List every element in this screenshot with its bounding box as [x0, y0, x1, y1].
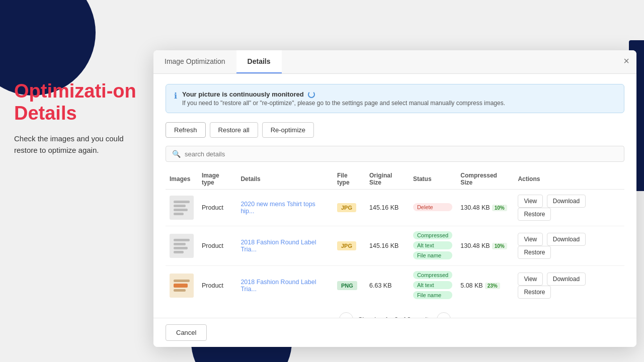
- restore-button[interactable]: Restore: [518, 246, 551, 259]
- refresh-button[interactable]: Refresh: [166, 122, 206, 138]
- cell-details: 2018 Fashion Round Label Tria...: [236, 226, 333, 266]
- cancel-button[interactable]: Cancel: [166, 324, 207, 341]
- cell-compressed-size: 5.08 KB 23%: [456, 266, 514, 306]
- info-text-block: Your picture is continuously monitored I…: [182, 90, 505, 107]
- detail-link[interactable]: 2020 new mens Tshirt tops hip...: [240, 201, 315, 215]
- cell-actions: View Download Restore: [514, 266, 624, 306]
- view-button[interactable]: View: [518, 233, 543, 246]
- cell-actions: View Download Restore: [514, 226, 624, 266]
- col-header-status: Status: [409, 169, 456, 190]
- search-input[interactable]: [185, 150, 618, 158]
- table-row: Product 2018 Fashion Round Label Tria...…: [166, 266, 624, 306]
- status-badge-delete: Delete: [413, 203, 452, 211]
- status-badge-alt: Alt text: [413, 281, 452, 289]
- details-table: Images Image type Details File type Orig…: [166, 169, 624, 305]
- view-button[interactable]: View: [518, 195, 543, 208]
- search-icon: 🔍: [172, 150, 181, 158]
- percent-badge: 10%: [492, 205, 507, 211]
- status-badge-compressed: Compressed: [413, 271, 452, 279]
- cell-status: Compressed Alt text File name: [409, 266, 456, 306]
- cell-original-size: 6.63 KB: [365, 266, 409, 306]
- status-badge-compressed: Compressed: [413, 231, 452, 239]
- cell-compressed-size: 130.48 KB 10%: [456, 190, 514, 226]
- col-header-image-type: Image type: [198, 169, 236, 190]
- modal-tabs: Image Optimization Details ×: [153, 50, 636, 74]
- cell-image-type: Product: [198, 226, 236, 266]
- cell-image-thumb: [166, 266, 198, 306]
- cell-image-type: Product: [198, 266, 236, 306]
- cell-file-type: PNG: [333, 266, 365, 306]
- cell-status: Compressed Alt text File name: [409, 226, 456, 266]
- status-badge-file: File name: [413, 291, 452, 299]
- status-badge-alt: Alt text: [413, 241, 452, 249]
- detail-link[interactable]: 2018 Fashion Round Label Tria...: [240, 239, 316, 253]
- file-type-badge: PNG: [337, 281, 357, 290]
- thumbnail: [170, 196, 194, 220]
- view-button[interactable]: View: [518, 273, 543, 286]
- col-header-images: Images: [166, 169, 198, 190]
- table-row: Product 2018 Fashion Round Label Tria...…: [166, 226, 624, 266]
- download-button[interactable]: Download: [547, 273, 586, 286]
- cell-file-type: JPG: [333, 226, 365, 266]
- cell-details: 2020 new mens Tshirt tops hip...: [236, 190, 333, 226]
- cell-original-size: 145.16 KB: [365, 226, 409, 266]
- info-title: Your picture is continuously monitored: [182, 90, 505, 98]
- restore-all-button[interactable]: Restore all: [210, 122, 258, 138]
- file-type-badge: JPG: [337, 203, 356, 212]
- info-icon: ℹ: [174, 91, 177, 101]
- tab-details[interactable]: Details: [236, 50, 282, 73]
- col-header-compressed-size: Compressed Size: [456, 169, 514, 190]
- cell-image-type: Product: [198, 190, 236, 226]
- page-title: Optimizati-on Details: [14, 80, 145, 124]
- info-banner: ℹ Your picture is continuously monitored…: [166, 84, 624, 113]
- cell-details: 2018 Fashion Round Label Tria...: [236, 266, 333, 306]
- thumbnail: [170, 234, 194, 258]
- restore-button[interactable]: Restore: [518, 208, 551, 221]
- search-bar: 🔍: [166, 146, 624, 162]
- download-button[interactable]: Download: [547, 233, 586, 246]
- page-subtitle: Check the images and you could restore t…: [14, 133, 145, 156]
- file-type-badge: JPG: [337, 241, 356, 250]
- detail-link[interactable]: 2018 Fashion Round Label Tria...: [240, 279, 316, 293]
- cell-actions: View Download Restore: [514, 190, 624, 226]
- cell-compressed-size: 130.48 KB 10%: [456, 226, 514, 266]
- download-button[interactable]: Download: [547, 195, 586, 208]
- pagination: ‹ Showing 1 - 3 of 3 results ›: [166, 305, 624, 318]
- modal-footer: Cancel: [153, 318, 636, 347]
- restore-button[interactable]: Restore: [518, 286, 551, 299]
- action-buttons-row: Refresh Restore all Re-optimize: [166, 122, 624, 138]
- loading-spinner: [308, 91, 315, 98]
- cell-file-type: JPG: [333, 190, 365, 226]
- modal-dialog: Image Optimization Details × ℹ Your pict…: [153, 50, 636, 347]
- cell-original-size: 145.16 KB: [365, 190, 409, 226]
- col-header-actions: Actions: [514, 169, 624, 190]
- prev-page-button[interactable]: ‹: [339, 312, 353, 318]
- next-page-button[interactable]: ›: [437, 312, 451, 318]
- col-header-file-type: File type: [333, 169, 365, 190]
- left-content-area: Optimizati-on Details Check the images a…: [14, 80, 145, 156]
- re-optimize-button[interactable]: Re-optimize: [262, 122, 314, 138]
- info-description: If you need to "restore all" or "re-opti…: [182, 100, 505, 107]
- tab-image-optimization[interactable]: Image Optimization: [153, 50, 236, 73]
- percent-badge: 23%: [485, 283, 500, 289]
- thumbnail: [170, 274, 194, 298]
- percent-badge: 10%: [492, 243, 507, 249]
- col-header-details: Details: [236, 169, 333, 190]
- modal-body: ℹ Your picture is continuously monitored…: [153, 74, 636, 318]
- cell-image-thumb: [166, 190, 198, 226]
- modal-close-button[interactable]: ×: [623, 55, 629, 67]
- cell-status: Delete: [409, 190, 456, 226]
- status-badge-file: File name: [413, 251, 452, 259]
- table-row: Product 2020 new mens Tshirt tops hip...…: [166, 190, 624, 226]
- cell-image-thumb: [166, 226, 198, 266]
- col-header-original-size: Original Size: [365, 169, 409, 190]
